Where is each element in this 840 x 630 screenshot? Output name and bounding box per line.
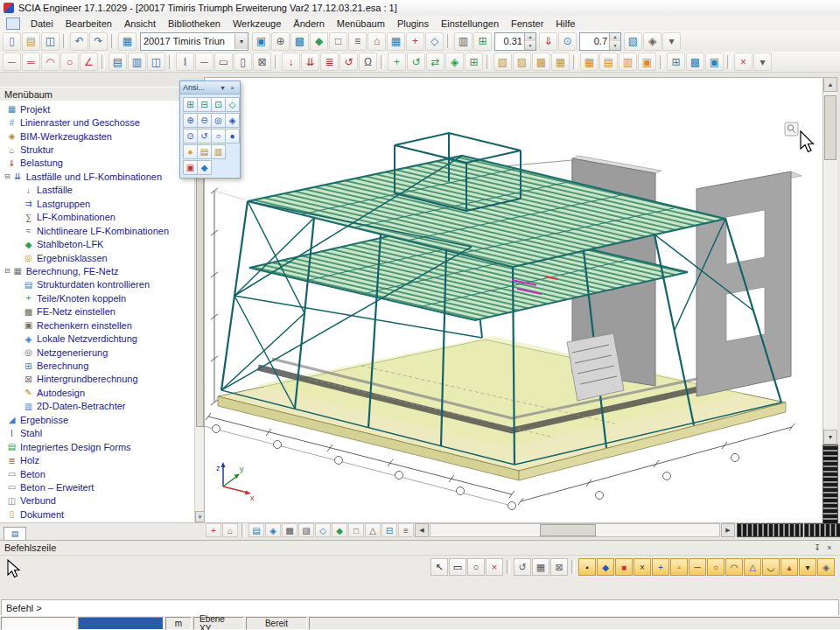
line-load-icon[interactable]: ⇊ (301, 52, 319, 71)
pin-icon[interactable]: ↧ (811, 542, 823, 554)
scroll-left-icon[interactable]: ◀ (415, 523, 429, 537)
tree-item[interactable]: ▤ Strukturdaten kontrollieren (0, 278, 204, 291)
clipboard-icon[interactable]: ◫ (147, 52, 165, 71)
section-icon[interactable]: ≡ (348, 32, 367, 51)
moment-load-icon[interactable]: ↺ (340, 52, 358, 71)
model-3d-view[interactable]: z x y (204, 77, 822, 522)
tree-item[interactable]: ≣ Holz (0, 453, 204, 466)
tree-item[interactable]: ⊟ ▦ Berechnung, FE-Netz (0, 264, 204, 277)
select-by-property-icon[interactable]: ▦ (532, 558, 550, 576)
spinner-arrows-icon[interactable]: ▲▼ (609, 33, 620, 50)
toolbar-options-icon[interactable]: ▾ (662, 32, 681, 51)
menu-item[interactable]: Plugins (391, 18, 435, 30)
tree-item[interactable]: ⊞ Berechnung (0, 359, 204, 372)
menu-item[interactable]: Fenster (505, 18, 550, 30)
deselect-icon[interactable]: × (486, 558, 503, 576)
snap-tangent-icon[interactable]: ◠ (725, 558, 743, 576)
tree-item[interactable]: ⌂ Struktur (0, 143, 204, 156)
snap-arc-icon[interactable]: ◡ (762, 558, 780, 576)
tree-item[interactable]: Ⅰ Stahl (0, 427, 204, 440)
select-single-icon[interactable]: ↖ (430, 558, 448, 576)
status-plane[interactable]: Ebene XY (193, 617, 244, 630)
collapsed-toolbar-handle[interactable] (804, 523, 840, 537)
multicopy-icon[interactable]: ⊞ (465, 52, 483, 71)
status-unit[interactable]: m (165, 617, 192, 630)
zoom-all-icon[interactable]: ◎ (211, 113, 226, 128)
menu-item[interactable]: Ändern (287, 18, 330, 30)
spinner-arrows-icon[interactable]: ▲▼ (524, 33, 536, 50)
chevron-down-icon[interactable]: ▾ (234, 34, 248, 49)
menu-item[interactable]: Werkzeuge (227, 18, 287, 30)
clipping-box-icon[interactable]: ⊟ (382, 523, 397, 537)
display-scale-icon[interactable]: ⊙ (558, 32, 577, 51)
paste-icon[interactable]: ▥ (128, 52, 146, 71)
redo-icon[interactable]: ↷ (89, 32, 108, 51)
collapsed-toolbar-handle-vertical[interactable] (822, 444, 838, 524)
zoom-window-icon[interactable]: ◈ (225, 113, 240, 128)
scale-icon[interactable]: ◈ (445, 52, 464, 71)
named-selection-icon[interactable]: ▩ (532, 52, 550, 71)
snap-line-icon[interactable]: ─ (689, 558, 706, 576)
render-mode-icon[interactable]: ◆ (310, 32, 328, 51)
clipping-icon[interactable]: ▣ (183, 160, 198, 175)
view-xz-icon[interactable]: ⊟ (197, 97, 212, 112)
light-icon[interactable]: ● (183, 144, 198, 159)
intersection-icon[interactable]: ⊠ (550, 558, 568, 576)
tree-item[interactable]: ⊠ Hintergrundberechnung (0, 373, 204, 386)
view-y-icon[interactable]: ▤ (599, 52, 618, 71)
wall-icon[interactable]: ▯ (234, 52, 252, 71)
snap-circle-icon[interactable]: ○ (707, 558, 724, 576)
document-icon[interactable] (6, 18, 20, 30)
snap-settings-icon[interactable]: ◈ (817, 558, 835, 576)
blank[interactable] (211, 160, 224, 173)
new-project-icon[interactable]: ▯ (3, 32, 21, 51)
line-icon[interactable]: ─ (3, 52, 21, 71)
snap-down-icon[interactable]: ▾ (799, 558, 816, 576)
tree-item[interactable]: ◎ Ergebnisklassen (0, 251, 204, 264)
scroll-right-icon[interactable]: ▶ (721, 523, 735, 537)
wireframe-icon[interactable]: □ (329, 32, 347, 51)
view-axo-icon[interactable]: ◇ (225, 97, 240, 112)
view-manager-icon[interactable]: ▣ (252, 32, 270, 51)
snap-perpendicular-icon[interactable]: △ (744, 558, 761, 576)
tree-item[interactable]: ▣ Rechenkern einstellen (0, 318, 204, 332)
view-xy-icon[interactable]: ⊞ (183, 97, 198, 112)
snap-midpoint-icon[interactable]: ◆ (597, 558, 614, 576)
menu-item[interactable]: Menübaum (331, 18, 391, 30)
zoom-button[interactable] (785, 122, 798, 136)
chevron-down-icon[interactable]: ▾ (218, 83, 228, 93)
menu-item[interactable]: Hilfe (550, 18, 581, 30)
redraw-icon[interactable]: ○ (211, 129, 226, 144)
zoom-selection-icon[interactable]: ⊙ (183, 129, 198, 144)
dot-grid-icon[interactable]: ▩ (282, 523, 298, 537)
tree-item[interactable]: ▤ Integriertes Design Forms (0, 440, 204, 453)
snap-ortho-icon[interactable]: + (652, 558, 669, 576)
quick-view-icon[interactable]: ◇ (315, 523, 331, 537)
view-info-icon[interactable]: ≡ (398, 523, 414, 537)
layer-filter-icon[interactable]: ▨ (298, 523, 314, 537)
load-scale-icon[interactable]: ⇓ (539, 32, 557, 51)
snap-point-icon[interactable]: ▪ (578, 558, 596, 576)
tree-item[interactable]: ◎ Netzgenerierung (0, 346, 204, 359)
select-circle-icon[interactable]: ○ (467, 558, 485, 576)
view-x-icon[interactable]: ▦ (580, 52, 598, 71)
visibility-icon[interactable]: ▧ (494, 52, 512, 71)
close-icon[interactable]: × (823, 542, 836, 554)
ucs-icon[interactable]: + (206, 523, 221, 537)
tree-item[interactable]: + Teile/Knoten koppeln (0, 291, 204, 304)
scroll-down-icon[interactable]: ▼ (823, 430, 837, 444)
tree-item[interactable]: ⇓ Belastung (0, 157, 204, 170)
copy-icon[interactable]: ▤ (108, 52, 127, 71)
snap-endpoint-icon[interactable]: ■ (615, 558, 633, 576)
tree-item[interactable]: ▥ 2D-Daten-Betrachter (0, 400, 204, 413)
project-data-icon[interactable]: ▦ (118, 32, 136, 51)
point-load-icon[interactable]: ↓ (282, 52, 300, 71)
tree-item[interactable]: # Linienraster und Geschosse (0, 116, 204, 129)
circle-icon[interactable]: ○ (60, 52, 79, 71)
selection-mode-icon[interactable]: ▤ (248, 523, 264, 537)
snap-intersection-icon[interactable]: × (634, 558, 651, 576)
menu-item[interactable]: Einstellungen (435, 18, 505, 30)
clip-box-icon[interactable]: ◇ (425, 32, 444, 51)
surface-load-icon[interactable]: ≣ (320, 52, 339, 71)
column-icon[interactable]: Ⅰ (176, 52, 194, 71)
